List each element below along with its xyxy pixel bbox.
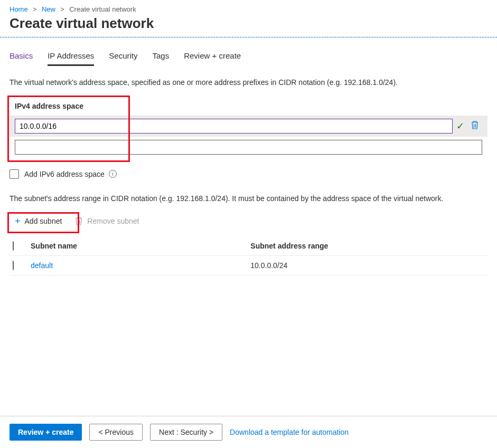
subnet-table: Subnet name Subnet address range default… (10, 236, 487, 275)
tab-review-create[interactable]: Review + create (184, 48, 241, 66)
subnet-col-name: Subnet name (27, 236, 247, 256)
subnet-description: The subnet's address range in CIDR notat… (10, 194, 487, 204)
ipv4-description: The virtual network's address space, spe… (10, 78, 487, 88)
page-title: Create virtual network (0, 15, 497, 37)
ipv4-address-input[interactable] (15, 119, 453, 134)
tab-bar: Basics IP Addresses Security Tags Review… (10, 48, 487, 66)
checkmark-icon: ✓ (453, 120, 467, 132)
info-icon[interactable]: i (109, 170, 117, 178)
ipv4-address-space-section: IPv4 address space ✓ (10, 97, 487, 158)
chevron-right-icon: > (33, 6, 36, 13)
add-subnet-button[interactable]: + Add subnet (10, 213, 67, 229)
subnet-name-link[interactable]: default (31, 261, 53, 270)
breadcrumb-new[interactable]: New (42, 5, 55, 13)
subnet-col-range: Subnet address range (247, 236, 487, 256)
subnet-select-all-checkbox[interactable] (13, 241, 14, 251)
ipv6-checkbox-label: Add IPv6 address space (24, 170, 105, 178)
breadcrumb-home[interactable]: Home (10, 5, 28, 13)
subnet-toolbar: + Add subnet Remove subnet (10, 213, 487, 229)
trash-icon-disabled (74, 216, 83, 226)
previous-button[interactable]: < Previous (89, 424, 143, 441)
subnet-row-checkbox[interactable] (13, 261, 14, 270)
table-row: default 10.0.0.0/24 (10, 256, 487, 275)
breadcrumb-current: Create virtual network (69, 5, 136, 13)
ipv4-heading: IPv4 address space (10, 97, 487, 116)
tab-tags[interactable]: Tags (153, 48, 170, 66)
subnet-range-cell: 10.0.0.0/24 (247, 256, 487, 275)
remove-subnet-label: Remove subnet (87, 217, 139, 225)
trash-icon (471, 120, 479, 130)
chevron-right-icon: > (61, 6, 64, 13)
breadcrumb: Home > New > Create virtual network (0, 0, 497, 15)
delete-ipv4-button[interactable] (467, 120, 482, 131)
ipv6-checkbox[interactable] (10, 169, 19, 179)
ipv4-row-empty (10, 137, 487, 158)
subnet-section: + Add subnet Remove subnet Subnet name S… (10, 213, 487, 275)
ipv4-address-input-empty[interactable] (15, 140, 482, 155)
ipv6-checkbox-row: Add IPv6 address space i (10, 161, 487, 181)
tab-security[interactable]: Security (109, 48, 137, 66)
footer: Review + create < Previous Next : Securi… (0, 416, 497, 448)
tab-basics[interactable]: Basics (10, 48, 33, 66)
next-button[interactable]: Next : Security > (150, 424, 222, 441)
add-subnet-label: Add subnet (25, 217, 62, 225)
tab-ip-addresses[interactable]: IP Addresses (48, 48, 94, 66)
remove-subnet-button: Remove subnet (74, 216, 139, 226)
main-content: Basics IP Addresses Security Tags Review… (0, 37, 497, 416)
ipv4-row-filled: ✓ (10, 116, 487, 137)
download-template-link[interactable]: Download a template for automation (230, 428, 349, 436)
review-create-button[interactable]: Review + create (10, 424, 82, 441)
plus-icon: + (15, 216, 21, 226)
